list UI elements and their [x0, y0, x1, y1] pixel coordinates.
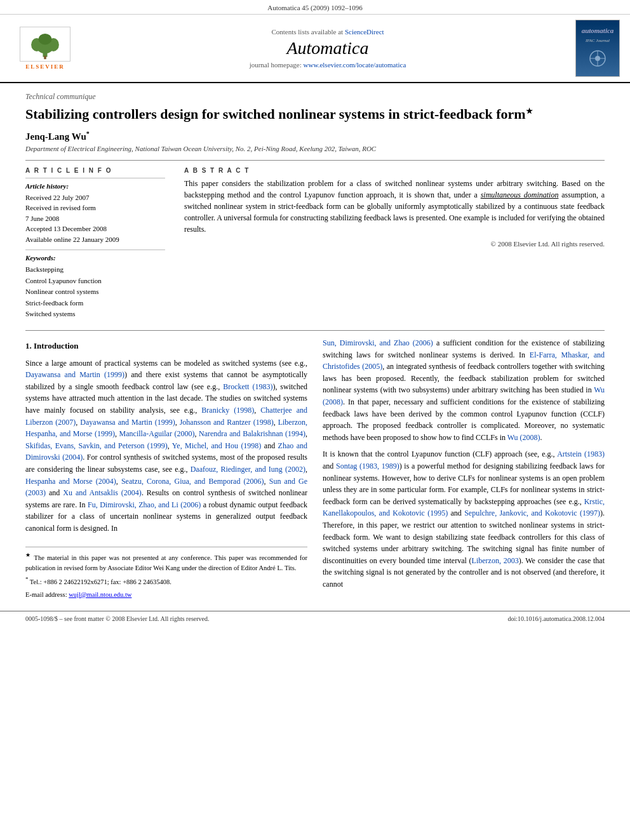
intro-para1: Since a large amount of practical system… [25, 357, 307, 535]
article-history: Article history: Received 22 July 2007 R… [25, 178, 165, 245]
ref-xu[interactable]: Xu and Antsaklis (2004) [63, 488, 142, 497]
article-title: Stabilizing controllers design for switc… [25, 105, 605, 124]
elsevier-tree-svg [23, 29, 67, 60]
cover-title: automatica IFAC Journal [579, 23, 617, 72]
author-affiliation: Department of Electrical Engineering, Na… [25, 145, 605, 152]
received-date: Received 22 July 2007 [25, 192, 165, 203]
left-column: 1. Introduction Since a large amount of … [25, 337, 307, 602]
footnote-email: E-mail address: wujl@mail.ntou.edu.tw [25, 590, 307, 600]
journal-center: Contents lists available at ScienceDirec… [80, 28, 575, 69]
cover-icon [588, 49, 607, 68]
info-columns: A R T I C L E I N F O Article history: R… [25, 167, 605, 320]
intro-para3: It is known that the control Lyapunov fu… [323, 448, 605, 590]
divider-2 [25, 330, 605, 331]
ref-liberzon2003[interactable]: Liberzon, 2003 [472, 556, 519, 565]
doi-text: doi:10.1016/j.automatica.2008.12.004 [508, 615, 605, 622]
ref-seatzu[interactable]: Seatzu, Corona, Giua, and Bemporad (2006… [121, 477, 264, 486]
article-body: Technical communique Stabilizing control… [0, 83, 630, 611]
section1-heading: 1. Introduction [25, 340, 307, 352]
ref-dayawansa-martin[interactable]: Dayawansa and Martin (1999) [25, 370, 124, 379]
journal-homepage: journal homepage: www.elsevier.com/locat… [80, 61, 575, 69]
ref-johansson[interactable]: Johansson and Rantzer (1998) [180, 418, 274, 427]
issn-text: 0005-1098/$ – see front matter © 2008 El… [25, 615, 209, 622]
copyright-notice: © 2008 Elsevier Ltd. All rights reserved… [184, 240, 605, 248]
ref-sun-dimirovski[interactable]: Sun, Dimirovski, and Zhao (2006) [323, 338, 433, 347]
available-online: Available online 22 January 2009 [25, 234, 165, 245]
article-type: Technical communique [25, 92, 605, 102]
divider [25, 160, 605, 161]
article-info-panel: A R T I C L E I N F O Article history: R… [25, 167, 165, 320]
elsevier-logo: ELSEVIER [10, 27, 80, 70]
ref-sepulchre[interactable]: Sepulchre, Jankovic, and Kokotovic (1997… [464, 509, 600, 517]
citation-bar: Automatica 45 (2009) 1092–1096 [0, 0, 630, 15]
ref-hespanha[interactable]: Hespanha and Morse (2004) [25, 477, 116, 486]
sciencedirect-anchor[interactable]: ScienceDirect [345, 28, 384, 36]
accepted-date: Accepted 13 December 2008 [25, 223, 165, 234]
journal-header: ELSEVIER Contents lists available at Sci… [0, 15, 630, 83]
email-link[interactable]: wujl@mail.ntou.edu.tw [69, 591, 131, 598]
right-column: Sun, Dimirovski, and Zhao (2006) a suffi… [323, 337, 605, 602]
ref-dayawansa2[interactable]: Dayawansa and Martin (1999) [80, 418, 175, 427]
author-name: Jenq-Lang Wu* [25, 130, 605, 142]
keyword-switched: Switched systems [25, 309, 165, 320]
keyword-backstepping: Backstepping [25, 264, 165, 276]
keyword-clf: Control Lyapunov function [25, 276, 165, 287]
ref-elfarra[interactable]: El-Farra, Mhaskar, and Christofides (200… [323, 350, 605, 371]
svg-rect-5 [44, 55, 46, 58]
keywords-title: Keywords: [25, 254, 165, 262]
abstract-title: A B S T R A C T [184, 167, 605, 174]
ref-branicky[interactable]: Branicky (1998) [201, 406, 254, 415]
ref-fu[interactable]: Fu, Dimirovski, Zhao, and Li (2006) [88, 500, 201, 509]
history-title: Article history: [25, 182, 165, 190]
footnote-star: ★ The material in this paper was not pre… [25, 551, 307, 573]
citation-text: Automatica 45 (2009) 1092–1096 [267, 4, 362, 11]
footnotes: ★ The material in this paper was not pre… [25, 547, 307, 599]
ref-daafouz[interactable]: Daafouz, Riedinger, and Iung (2002) [191, 465, 305, 474]
bottom-bar: 0005-1098/$ – see front matter © 2008 El… [0, 611, 630, 626]
svg-point-7 [595, 56, 600, 61]
keyword-strict: Strict-feedback form [25, 298, 165, 309]
ref-narendra[interactable]: Narendra and Balakrishnan (1994) [199, 429, 305, 438]
sciencedirect-link: Contents lists available at ScienceDirec… [80, 28, 575, 36]
homepage-url[interactable]: www.elsevier.com/locate/automatica [304, 61, 406, 69]
article-info-title: A R T I C L E I N F O [25, 167, 165, 174]
footnote-asterisk: * Tel.: +886 2 24622192x6271; fax: +886 … [25, 575, 307, 587]
elsevier-text: ELSEVIER [25, 63, 65, 70]
elsevier-tree-logo [20, 27, 70, 62]
ref-skifidas[interactable]: Skifidas, Evans, Savkin, and Peterson (1… [25, 441, 168, 450]
intro-para2: Sun, Dimirovski, and Zhao (2006) a suffi… [323, 337, 605, 443]
keyword-nonlinear: Nonlinear control systems [25, 286, 165, 298]
abstract-panel: A B S T R A C T This paper considers the… [184, 167, 605, 320]
received-revised-date: 7 June 2008 [25, 213, 165, 224]
ref-artstein[interactable]: Artstein (1983) [557, 450, 605, 458]
ref-brockett[interactable]: Brockett (1983) [223, 382, 272, 391]
journal-cover: automatica IFAC Journal [575, 20, 620, 77]
ref-ye[interactable]: Ye, Michel, and Hou (1998) [172, 441, 262, 450]
journal-title: Automatica [80, 38, 575, 58]
ref-wu2008b[interactable]: Wu (2008) [507, 433, 540, 442]
abstract-text: This paper considers the stabilization p… [184, 178, 605, 235]
svg-point-4 [39, 33, 52, 44]
received-revised-label: Received in revised form [25, 203, 165, 213]
ref-wu2008[interactable]: Wu (2008) [323, 385, 605, 406]
ref-sontag[interactable]: Sontag (1983, 1989) [336, 462, 399, 470]
main-content: 1. Introduction Since a large amount of … [25, 337, 605, 602]
ref-mancilla[interactable]: Mancilla-Aguilar (2000) [119, 429, 195, 438]
keywords-section: Keywords: Backstepping Control Lyapunov … [25, 250, 165, 320]
